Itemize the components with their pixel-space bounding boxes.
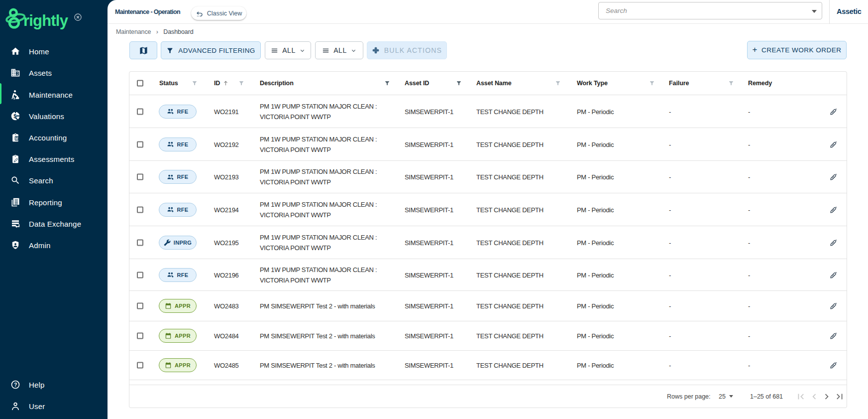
svg-text:rightly: rightly — [23, 12, 69, 29]
svg-text:?: ? — [14, 382, 17, 387]
svg-text:$: $ — [13, 114, 16, 119]
